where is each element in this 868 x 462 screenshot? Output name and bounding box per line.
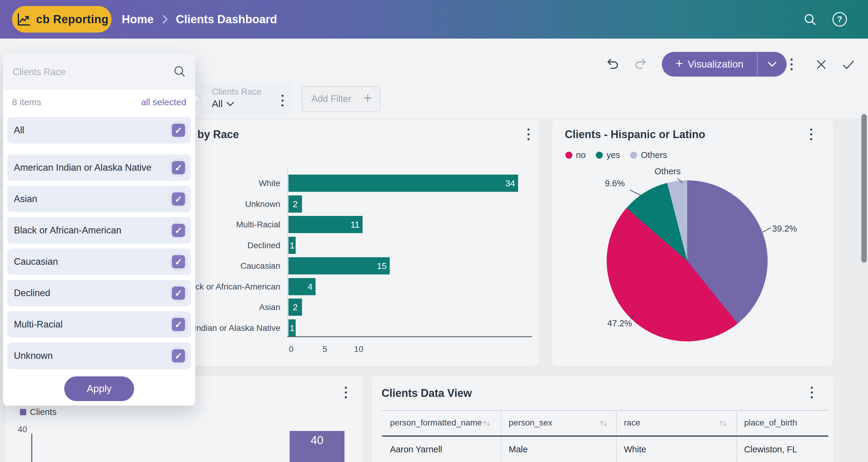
chevron-right-icon xyxy=(161,13,169,25)
data-view-title: Clients Data View xyxy=(381,387,472,400)
all-selected-link[interactable]: all selected xyxy=(141,97,186,107)
bar-black-or-african-american[interactable]: 4 xyxy=(288,278,315,295)
checkbox-checked-icon[interactable]: ✓ xyxy=(172,349,185,363)
checkbox-halo: ✓ xyxy=(169,252,188,271)
filter-option-asian[interactable]: Asian ✓ xyxy=(7,186,191,212)
checkbox-halo: ✓ xyxy=(169,346,188,366)
filter-option-american-indian[interactable]: American Indian or Alaska Native ✓ xyxy=(7,154,191,181)
help-icon[interactable]: ? xyxy=(832,12,847,27)
add-visualization-button[interactable]: + Visualization xyxy=(662,52,786,77)
redo-icon[interactable] xyxy=(633,57,647,71)
checkbox-checked-icon[interactable]: ✓ xyxy=(172,161,185,174)
bar-chart-x-axis xyxy=(287,336,532,337)
add-visualization-label: Visualization xyxy=(688,58,744,70)
add-filter-label: Add Filter xyxy=(311,93,351,104)
checkbox-checked-icon[interactable]: ✓ xyxy=(172,124,185,137)
by-race-card-kebab-icon[interactable] xyxy=(526,127,531,142)
clients-chart-y-axis xyxy=(31,434,32,462)
plus-icon: + xyxy=(675,57,683,70)
visualization-dropdown-toggle[interactable] xyxy=(758,52,786,77)
checkbox-checked-icon[interactable]: ✓ xyxy=(172,255,185,268)
x-tick: 5 xyxy=(322,344,327,354)
bar-chart-y-axis xyxy=(287,168,288,337)
chevron-down-icon xyxy=(226,102,234,107)
apply-button[interactable]: Apply xyxy=(64,376,134,401)
column-header-person-sex[interactable]: person_sex xyxy=(509,410,553,435)
filter-chip-clients-race[interactable]: Clients Race All xyxy=(199,82,293,115)
checkbox-checked-icon[interactable]: ✓ xyxy=(172,193,185,206)
filter-chip-kebab-icon[interactable] xyxy=(280,93,285,108)
pie-callout-others: Others xyxy=(648,167,687,176)
bar-american-indian[interactable]: 1 xyxy=(288,319,296,337)
clients-bar[interactable]: 40 xyxy=(290,431,344,462)
checkbox-halo: ✓ xyxy=(169,158,188,177)
pie-callout-lines xyxy=(552,120,833,366)
clients-bar-value: 40 xyxy=(290,434,344,447)
by-race-chart-title: by Race xyxy=(197,128,239,141)
bar-declined[interactable]: 1 xyxy=(288,237,296,254)
pie-callout-no-percent: 47.2% xyxy=(599,318,640,328)
plus-icon: + xyxy=(364,91,372,105)
bar-asian[interactable]: 2 xyxy=(288,298,302,316)
checkbox-halo: ✓ xyxy=(169,190,188,209)
breadcrumb-home[interactable]: Home xyxy=(122,13,154,26)
table-cell-place-of-birth: Clewiston, FL xyxy=(744,437,797,462)
filter-option-all[interactable]: All ✓ xyxy=(7,117,191,144)
filter-option-caucasian[interactable]: Caucasian ✓ xyxy=(7,249,191,275)
filter-search-section xyxy=(3,54,195,90)
sort-icon[interactable] xyxy=(717,418,728,429)
column-header-place-of-birth[interactable]: place_of_birth xyxy=(744,410,797,435)
table-cell-name: Aaron Yarnell xyxy=(390,437,442,462)
top-header: cb Reporting Home Clients Dashboard ? xyxy=(0,0,868,38)
clients-card-kebab-icon[interactable] xyxy=(343,385,349,400)
checkbox-halo: ✓ xyxy=(169,121,188,140)
items-count-label: 8 items xyxy=(12,97,41,107)
bar-multi-racial[interactable]: 11 xyxy=(288,216,363,233)
table-cell-race: White xyxy=(624,437,646,462)
filter-option-black-or-african-american[interactable]: Black or African-American ✓ xyxy=(7,217,191,244)
checkbox-halo: ✓ xyxy=(169,315,188,334)
search-icon[interactable] xyxy=(173,64,187,79)
search-icon[interactable] xyxy=(803,13,817,27)
x-tick: 0 xyxy=(289,344,293,354)
clients-legend-label: Clients xyxy=(30,407,57,417)
sort-icon[interactable] xyxy=(481,418,492,429)
app-logo-label: cb Reporting xyxy=(36,13,108,26)
filter-option-declined[interactable]: Declined ✓ xyxy=(7,280,191,307)
filter-option-unknown[interactable]: Unknown ✓ xyxy=(7,343,191,369)
pie-callout-yes-percent: 9.6% xyxy=(595,178,634,189)
close-icon[interactable] xyxy=(815,59,827,70)
bar-unknown[interactable]: 2 xyxy=(288,195,302,212)
filter-search-input[interactable] xyxy=(12,60,164,84)
data-view-kebab-icon[interactable] xyxy=(809,385,815,400)
confirm-check-icon[interactable] xyxy=(842,59,855,70)
filter-chip-value: All xyxy=(212,98,223,110)
table-cell-sex: Male xyxy=(509,437,528,462)
bar-caucasian[interactable]: 15 xyxy=(288,257,390,275)
add-filter-button[interactable]: Add Filter + xyxy=(302,86,380,112)
checkbox-checked-icon[interactable]: ✓ xyxy=(172,224,185,237)
undo-icon[interactable] xyxy=(606,57,620,71)
clients-legend: Clients xyxy=(20,407,57,417)
breadcrumb-current: Clients Dashboard xyxy=(176,13,277,26)
filter-chip-label: Clients Race xyxy=(212,87,261,97)
app-logo[interactable]: cb Reporting xyxy=(12,6,112,33)
checkbox-checked-icon[interactable]: ✓ xyxy=(172,287,185,300)
checkbox-halo: ✓ xyxy=(169,284,188,303)
column-header-person-formatted-name[interactable]: person_formatted_name xyxy=(390,410,482,435)
filter-panel-subheader: 8 items all selected xyxy=(3,90,195,115)
bar-white[interactable]: 34 xyxy=(288,175,518,192)
clients-race-filter-panel: 8 items all selected All ✓ American Indi… xyxy=(3,54,195,406)
legend-square-clients xyxy=(20,409,26,415)
column-header-race[interactable]: race xyxy=(624,410,640,435)
x-tick: 10 xyxy=(354,344,363,354)
app-root: cb Reporting Home Clients Dashboard ? + xyxy=(0,0,868,462)
y-tick-40: 40 xyxy=(9,425,27,434)
dashboard-kebab-icon[interactable] xyxy=(789,57,795,72)
filter-option-multi-racial[interactable]: Multi-Racial ✓ xyxy=(7,311,191,338)
pie-callout-purple-percent: 39.2% xyxy=(772,224,797,234)
vertical-scrollbar-thumb[interactable] xyxy=(861,114,867,263)
checkbox-checked-icon[interactable]: ✓ xyxy=(172,318,185,331)
sort-icon[interactable] xyxy=(598,418,609,429)
checkbox-halo: ✓ xyxy=(169,221,188,240)
